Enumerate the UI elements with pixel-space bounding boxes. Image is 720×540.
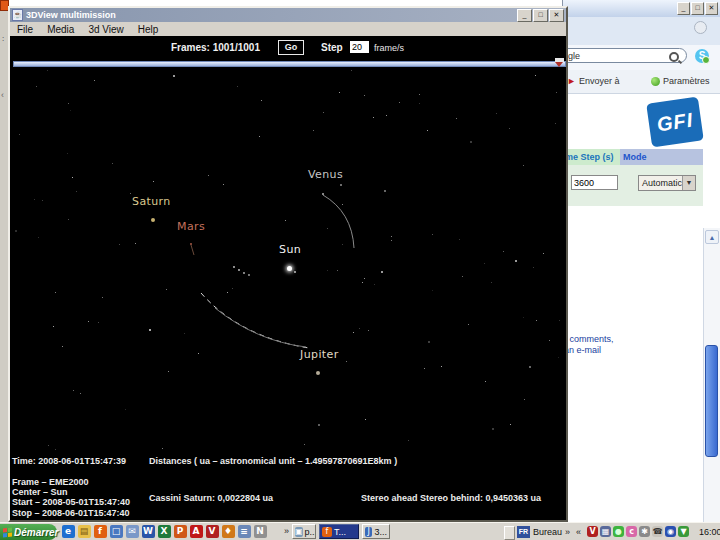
taskbar-clock[interactable]: 16:00 (699, 527, 720, 537)
notes-icon[interactable]: N (254, 525, 267, 538)
taskbar-handle[interactable] (504, 526, 515, 540)
trajectory-layer (10, 36, 566, 520)
settings-ball-icon (651, 77, 660, 86)
table-header-mode: Mode (620, 149, 703, 165)
viewer-restore-button[interactable]: □ (533, 9, 548, 22)
comments-link[interactable]: r comments, (564, 334, 614, 344)
gfi-logo: GFI (646, 97, 704, 148)
tray-antivirus-icon[interactable]: ● (613, 526, 624, 537)
firefox-icon: f (322, 527, 332, 537)
viewer-window: ☕ 3DView multimission _ □ ✕ File Media 3… (8, 6, 568, 522)
task-buttons: ▣p...fT...J3... (292, 524, 390, 539)
browser-titlebar[interactable]: _ □ ✕ (563, 0, 720, 17)
powerpoint-icon[interactable]: P (174, 525, 187, 538)
java-app-icon: ☕ (12, 9, 23, 21)
taskbar: Démarrer e▤f□✉WXPAV♦≡N » ▣p...fT...J3...… (0, 522, 720, 540)
browser-restore-button[interactable]: □ (691, 2, 704, 15)
timeline-slider-thumb[interactable] (555, 58, 564, 67)
send-to-button[interactable]: ► Envoyer à (567, 76, 619, 86)
go-button[interactable]: Go (278, 40, 304, 55)
frames-counter: Frames: 1001/1001 (171, 42, 260, 53)
task-image-viewer[interactable]: ▣p... (292, 524, 316, 539)
body-label-jupiter: Jupiter (300, 348, 339, 361)
tray-v2-icon[interactable]: V (587, 526, 598, 537)
task-label: T... (334, 527, 346, 537)
search-icon[interactable] (669, 52, 679, 62)
tray-phone-icon[interactable]: ☎ (652, 526, 663, 537)
toolbar-logo-icon (694, 21, 707, 34)
frame-rate-unit: frame/s (374, 43, 404, 53)
timeline-slider[interactable] (13, 61, 566, 67)
menu-help[interactable]: Help (131, 24, 166, 35)
left-strip-text: : (2, 34, 4, 43)
task-firefox[interactable]: fT... (319, 524, 359, 539)
java-icon: J (365, 527, 372, 537)
browser-minimize-button[interactable]: _ (677, 2, 690, 15)
menu-file[interactable]: File (10, 24, 40, 35)
start-button[interactable]: Démarrer (0, 524, 57, 540)
body-dot-jupiter (316, 371, 320, 375)
status-cassini: Cassini Saturn: 0,0022804 ua (149, 493, 273, 503)
settings-label: Paramètres (663, 76, 710, 86)
body-dot-venus (322, 193, 324, 195)
menu-bar: File Media 3d View Help (10, 22, 566, 36)
viewer-minimize-button[interactable]: _ (517, 9, 532, 22)
tray-update-icon[interactable]: ▼ (678, 526, 689, 537)
word-icon[interactable]: W (142, 525, 155, 538)
firefox-icon[interactable]: f (94, 525, 107, 538)
plugin-icon[interactable]: ♦ (222, 525, 235, 538)
tray-chevron-icon[interactable]: « (576, 527, 581, 537)
task-3dview[interactable]: J3... (362, 524, 390, 539)
email-link[interactable]: an e-mail (564, 345, 601, 355)
desktop-screen: : ‹ _ □ ✕ S ► Envoyer à Paramètr (0, 0, 720, 540)
scroll-up-icon[interactable]: ▲ (705, 230, 719, 244)
v2-icon[interactable]: V (206, 525, 219, 538)
excel-icon[interactable]: X (158, 525, 171, 538)
menu-3d-view[interactable]: 3d View (81, 24, 130, 35)
body-dot-mars (190, 243, 192, 245)
browser-search-row: S (563, 45, 720, 70)
quick-launch: e▤f□✉WXPAV♦≡N (60, 525, 268, 538)
status-stop: Stop – 2008-06-01T15:47:40 (12, 508, 130, 518)
viewer-close-button[interactable]: ✕ (549, 9, 564, 22)
quick-launch-overflow-icon[interactable]: » (284, 526, 289, 536)
acrobat-icon[interactable]: A (190, 525, 203, 538)
show-desktop-icon[interactable]: □ (110, 525, 123, 538)
viewer-titlebar[interactable]: ☕ 3DView multimission _ □ ✕ (10, 8, 566, 22)
status-start: Start – 2008-05-01T15:47:40 (12, 497, 130, 507)
tray-gears-icon[interactable]: ✱ (639, 526, 650, 537)
browser-scrollbar[interactable]: ▲ (703, 228, 720, 522)
table-header-time-step: me Step (s) (563, 149, 620, 165)
body-label-mars: Mars (177, 220, 205, 233)
status-frame: Frame – EME2000 (12, 477, 89, 487)
document-icon[interactable]: ≡ (238, 525, 251, 538)
ie-icon[interactable]: e (62, 525, 75, 538)
browser-window[interactable]: _ □ ✕ S ► Envoyer à Paramètres GFI me St… (562, 0, 720, 522)
tray-shield-icon[interactable]: ◉ (665, 526, 676, 537)
settings-button[interactable]: Paramètres (651, 76, 710, 86)
space-viewport[interactable]: VenusSaturnMarsSunJupiter Frames: 1001/1… (10, 36, 566, 520)
browser-close-button[interactable]: ✕ (705, 2, 718, 15)
body-label-venus: Venus (308, 168, 343, 181)
time-step-input[interactable] (571, 175, 618, 190)
skype-icon[interactable]: S (695, 49, 709, 63)
mail-icon[interactable]: ✉ (126, 525, 139, 538)
menu-media[interactable]: Media (40, 24, 81, 35)
task-label: p... (305, 527, 316, 537)
send-to-label: Envoyer à (579, 76, 620, 86)
body-label-saturn: Saturn (132, 195, 171, 208)
language-indicator[interactable]: FR (517, 526, 530, 538)
desktop-toolbar-label[interactable]: Bureau (533, 527, 562, 537)
mode-select[interactable]: Automatic ▼ (638, 175, 696, 191)
step-button[interactable]: Step (321, 42, 343, 53)
frame-rate-input[interactable] (350, 41, 369, 53)
desktop-toolbar-chevron-icon[interactable]: » (565, 527, 570, 537)
start-label: Démarrer (14, 527, 58, 538)
tray-icons: V▦●c✱☎◉▼ (586, 526, 690, 537)
scrollbar-thumb[interactable] (705, 345, 718, 457)
status-time: Time: 2008-06-01T15:47:39 (12, 456, 126, 466)
send-arrow-icon: ► (567, 76, 576, 86)
tray-display-icon[interactable]: ▦ (600, 526, 611, 537)
folder-icon[interactable]: ▤ (78, 525, 91, 538)
tray-messenger-icon[interactable]: c (626, 526, 637, 537)
